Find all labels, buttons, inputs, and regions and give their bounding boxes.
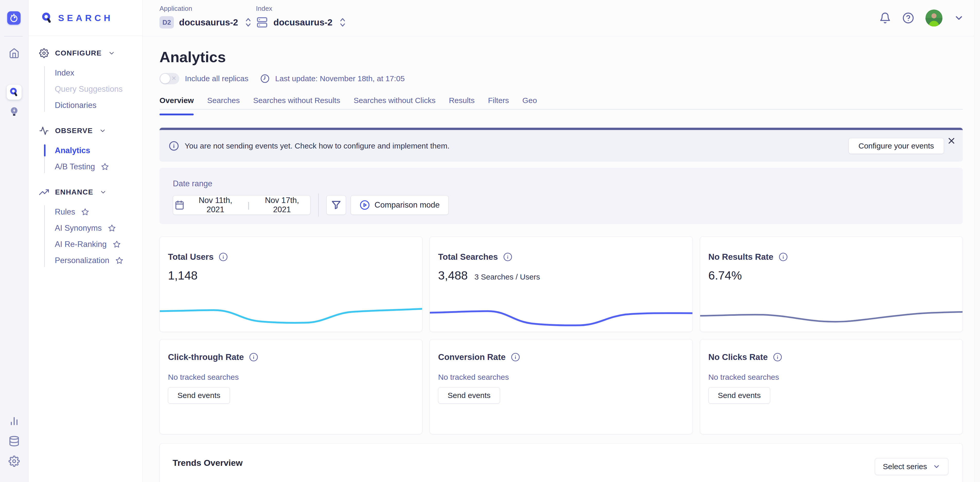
sidebar-section-configure[interactable]: CONFIGURE bbox=[28, 45, 142, 62]
sidebar-item-index[interactable]: Index bbox=[55, 65, 142, 81]
calendar-icon bbox=[175, 200, 185, 210]
bar-chart-icon[interactable] bbox=[8, 415, 20, 427]
sidebar-item-rules[interactable]: Rules bbox=[55, 204, 142, 220]
database-icon[interactable] bbox=[8, 436, 20, 447]
card-title: Total Searches bbox=[438, 252, 498, 262]
send-events-button[interactable]: Send events bbox=[168, 387, 230, 404]
star-icon[interactable] bbox=[108, 224, 116, 232]
application-value: docusaurus-2 bbox=[179, 17, 238, 27]
no-clicks-rate-card: No Clicks Rate No tracked searches Send … bbox=[700, 339, 963, 434]
sidebar-item-query-suggestions[interactable]: Query Suggestions bbox=[55, 81, 142, 97]
total-searches-value: 3,488 bbox=[438, 268, 468, 282]
tab-geo[interactable]: Geo bbox=[522, 96, 537, 109]
tab-searches-without-results[interactable]: Searches without Results bbox=[253, 96, 340, 109]
tab-searches[interactable]: Searches bbox=[207, 96, 240, 109]
sidebar-item-ab-testing[interactable]: A/B Testing bbox=[55, 159, 142, 175]
card-title: Conversion Rate bbox=[438, 352, 506, 362]
trending-up-icon bbox=[39, 187, 49, 197]
section-rule bbox=[44, 66, 45, 112]
card-title: Click-through Rate bbox=[168, 352, 244, 362]
account-chevron-down-icon[interactable] bbox=[954, 13, 964, 23]
chevron-down-icon bbox=[99, 127, 106, 134]
sidebar-item-label: AI Synonyms bbox=[55, 224, 102, 233]
no-tracked-searches-text: No tracked searches bbox=[708, 373, 950, 382]
search-nav-tile[interactable] bbox=[7, 85, 22, 100]
info-icon[interactable] bbox=[219, 252, 228, 262]
activity-icon bbox=[39, 126, 49, 136]
page-title: Analytics bbox=[159, 49, 963, 65]
total-users-card: Total Users 1,148 bbox=[159, 236, 422, 332]
sidebar-item-label: Dictionaries bbox=[55, 101, 97, 110]
scrollbar-track[interactable] bbox=[974, 0, 980, 482]
configure-events-button[interactable]: Configure your events bbox=[849, 138, 944, 154]
application-select[interactable]: D2 docusaurus-2 bbox=[159, 16, 251, 29]
tab-filters[interactable]: Filters bbox=[488, 96, 509, 109]
info-icon[interactable] bbox=[249, 352, 258, 362]
sidebar-item-dictionaries[interactable]: Dictionaries bbox=[55, 97, 142, 113]
include-replicas-label: Include all replicas bbox=[185, 74, 248, 83]
info-icon[interactable] bbox=[779, 252, 788, 262]
active-indicator bbox=[44, 144, 46, 157]
info-icon[interactable] bbox=[511, 352, 520, 362]
tab-results[interactable]: Results bbox=[449, 96, 474, 109]
home-icon[interactable] bbox=[9, 48, 19, 59]
no-results-rate-card: No Results Rate 6.74% bbox=[700, 236, 963, 332]
last-update-text: Last update: November 18th, at 17:05 bbox=[275, 74, 405, 83]
sidebar-item-ai-synonyms[interactable]: AI Synonyms bbox=[55, 220, 142, 236]
chevron-down-icon bbox=[933, 463, 940, 471]
search-icon bbox=[9, 87, 19, 97]
no-tracked-searches-text: No tracked searches bbox=[168, 373, 410, 382]
sidebar-item-label: Index bbox=[55, 68, 74, 78]
search-logo-icon bbox=[41, 12, 53, 24]
sidebar-item-ai-re-ranking[interactable]: AI Re-Ranking bbox=[55, 236, 142, 252]
user-avatar[interactable] bbox=[926, 10, 942, 27]
section-title: CONFIGURE bbox=[55, 49, 102, 57]
index-select[interactable]: docusaurus-2 bbox=[256, 16, 346, 29]
total-searches-sparkline bbox=[430, 295, 692, 328]
help-icon[interactable] bbox=[902, 12, 914, 24]
app-logo[interactable] bbox=[7, 11, 21, 25]
sidebar-item-analytics[interactable]: Analytics bbox=[55, 142, 142, 159]
info-icon[interactable] bbox=[503, 252, 512, 262]
select-series-button[interactable]: Select series bbox=[875, 458, 948, 475]
total-users-sparkline bbox=[160, 295, 422, 328]
tab-searches-without-clicks[interactable]: Searches without Clicks bbox=[354, 96, 436, 109]
info-icon[interactable] bbox=[773, 352, 782, 362]
stopwatch-icon bbox=[9, 13, 19, 22]
brand-name: SEARCH bbox=[58, 13, 113, 23]
section-rule bbox=[44, 205, 45, 267]
trends-overview-title: Trends Overview bbox=[173, 458, 243, 468]
comparison-mode-button[interactable]: Comparison mode bbox=[351, 195, 449, 215]
date-range-button[interactable]: Nov 11th, 2021 | Nov 17th, 2021 bbox=[173, 195, 310, 215]
gear-icon[interactable] bbox=[8, 455, 20, 467]
star-icon[interactable] bbox=[81, 208, 89, 216]
sidebar-item-personalization[interactable]: Personalization bbox=[55, 252, 142, 268]
filter-funnel-button[interactable] bbox=[326, 195, 346, 215]
lightbulb-bolt-icon[interactable] bbox=[8, 106, 20, 117]
send-events-button[interactable]: Send events bbox=[438, 387, 500, 404]
sidebar-section-enhance[interactable]: ENHANCE bbox=[28, 184, 142, 201]
gear-icon bbox=[39, 48, 49, 58]
app-rail bbox=[0, 0, 29, 482]
star-icon[interactable] bbox=[113, 241, 121, 248]
comparison-mode-label: Comparison mode bbox=[374, 200, 439, 210]
notifications-bell-icon[interactable] bbox=[879, 12, 891, 24]
star-icon[interactable] bbox=[101, 163, 109, 171]
include-replicas-toggle[interactable]: ✕ bbox=[159, 73, 179, 84]
rail-divider bbox=[4, 36, 22, 36]
play-circle-icon bbox=[360, 200, 370, 210]
tab-overview[interactable]: Overview bbox=[159, 96, 194, 109]
select-series-label: Select series bbox=[883, 462, 927, 471]
close-icon[interactable] bbox=[946, 135, 957, 146]
star-icon[interactable] bbox=[116, 257, 123, 265]
send-events-button[interactable]: Send events bbox=[708, 387, 770, 404]
application-badge: D2 bbox=[159, 16, 174, 29]
index-selector: Index docusaurus-2 bbox=[256, 5, 346, 29]
date-start: Nov 11th, 2021 bbox=[189, 196, 242, 214]
sidebar-section-observe[interactable]: OBSERVE bbox=[28, 122, 142, 139]
select-arrows-icon bbox=[339, 17, 346, 27]
events-banner: You are not sending events yet. Check ho… bbox=[159, 128, 963, 162]
section-title: OBSERVE bbox=[55, 127, 93, 135]
card-title: No Results Rate bbox=[708, 252, 773, 262]
no-results-rate-sparkline bbox=[700, 295, 963, 328]
